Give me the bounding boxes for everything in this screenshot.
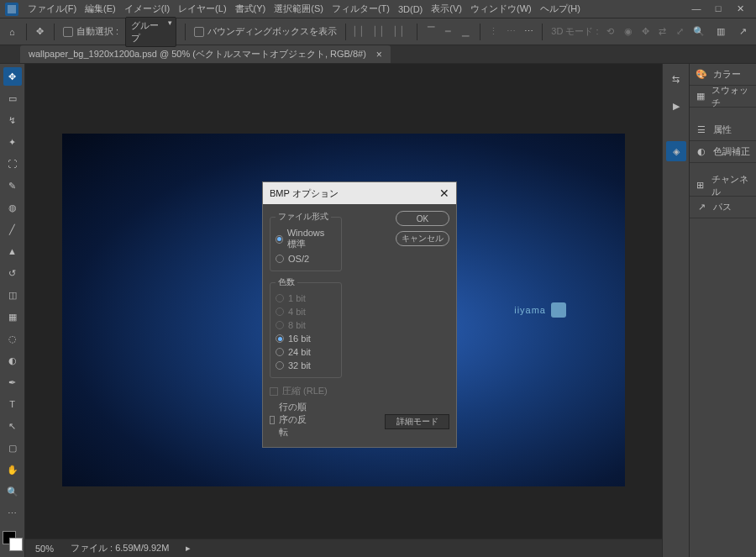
path-tool[interactable]: ↖ [3,417,22,435]
gradient-tool[interactable]: ▦ [3,307,22,326]
bit-depth-legend: 色数 [276,276,297,288]
radio-windows[interactable]: Windows 標準 [276,226,336,252]
window-minimize-icon[interactable]: — [690,3,702,14]
panel-adjustments[interactable]: ◐色調補正 [690,141,756,163]
status-bar: 50% ファイル : 6.59M/9.92M ▸ [25,539,662,557]
radio-os2[interactable]: OS/2 [276,252,336,265]
hand-tool[interactable]: ✋ [3,460,22,479]
menu-type[interactable]: 書式(Y) [231,3,270,15]
status-flyout-icon[interactable]: ▸ [186,543,191,554]
align-right-icon[interactable]: ▏▏ [395,25,408,39]
menu-3d[interactable]: 3D(D) [394,4,427,14]
panel-color[interactable]: 🎨カラー [690,64,756,86]
bmp-options-dialog: BMP オプション ✕ OK キャンセル ファイル形式 Windows 標準 O… [262,181,457,448]
zoom-tool[interactable]: 🔍 [3,482,22,501]
doc-size[interactable]: ファイル : 6.59M/9.92M [71,542,169,554]
document-tabbar: wallpaper_bg_1920x1200a.psd @ 50% (ベクトルス… [0,45,756,64]
panel-paths[interactable]: ↗パス [690,197,756,218]
align-center-icon[interactable]: ▏▏ [375,25,388,39]
menu-edit[interactable]: 編集(E) [81,3,120,15]
edit-toolbar-icon[interactable]: ⋯ [3,504,22,523]
dialog-titlebar[interactable]: BMP オプション ✕ [263,182,456,204]
panel-properties[interactable]: ☰属性 [690,119,756,141]
shape-tool[interactable]: ▢ [3,439,22,457]
3d-rotate-icon[interactable]: ⟲ [606,25,617,39]
tab-label: wallpaper_bg_1920x1200a.psd @ 50% (ベクトルス… [29,48,366,60]
dialog-close-icon[interactable]: ✕ [439,187,449,200]
dodge-tool[interactable]: ◐ [3,351,22,370]
pen-tool[interactable]: ✒ [3,373,22,391]
flip-rows-checkbox[interactable]: 行の順序の反転 [270,399,314,440]
arrange-icon[interactable]: ▥ [714,25,727,39]
layers-icon[interactable]: ◈ [666,141,686,161]
panel-swatches[interactable]: ▦スウォッチ [690,86,756,108]
auto-select-control[interactable]: 自動選択 : [63,25,118,38]
sliders-icon: ☰ [695,124,708,135]
file-format-group: ファイル形式 Windows 標準 OS/2 [270,211,342,271]
expand-panels-icon[interactable]: ⇆ [666,69,686,89]
bit-depth-group: 色数 1 bit 4 bit 8 bit 16 bit 24 bit 32 bi… [270,276,342,378]
radio-24bit[interactable]: 24 bit [276,345,336,359]
share-icon[interactable]: ↗ [736,25,749,39]
app-logo-icon [5,3,18,16]
file-format-legend: ファイル形式 [276,211,331,223]
heal-tool[interactable]: ◍ [3,198,22,217]
align-bottom-icon[interactable]: ▁ [460,25,471,39]
3d-roll-icon[interactable]: ◉ [622,25,633,39]
history-brush-tool[interactable]: ↺ [3,264,22,282]
color-swatch[interactable] [3,531,23,551]
align-top-icon[interactable]: ▔ [425,25,436,39]
type-tool[interactable]: T [3,395,22,413]
show-bbox-control[interactable]: バウンディングボックスを表示 [194,25,337,38]
eraser-tool[interactable]: ◫ [3,286,22,304]
align-middle-icon[interactable]: ━ [443,25,454,39]
zoom-level[interactable]: 50% [35,544,54,554]
distribute-v-icon[interactable]: ⋯ [506,25,517,39]
stamp-tool[interactable]: ▲ [3,242,22,260]
wand-tool[interactable]: ✦ [3,133,22,151]
align-left-icon[interactable]: ▏▏ [354,25,368,39]
radio-16bit[interactable]: 16 bit [276,332,336,345]
panel-channels[interactable]: ⊞チャンネル [690,175,756,197]
home-icon[interactable]: ⌂ [7,25,18,39]
window-maximize-icon[interactable]: □ [712,3,724,14]
brush-tool[interactable]: ╱ [3,220,22,239]
menu-layer[interactable]: レイヤー(L) [174,3,230,15]
document-tab[interactable]: wallpaper_bg_1920x1200a.psd @ 50% (ベクトルス… [20,45,391,63]
menu-help[interactable]: ヘルプ(H) [536,3,585,15]
radio-32bit[interactable]: 32 bit [276,359,336,372]
advanced-mode-button[interactable]: 詳細モード [385,414,449,429]
cancel-button[interactable]: キャンセル [396,231,449,246]
move-tool-icon[interactable]: ✥ [35,25,46,39]
lasso-tool[interactable]: ↯ [3,111,22,129]
menu-filter[interactable]: フィルター(T) [328,3,394,15]
search-icon[interactable]: 🔍 [692,25,706,39]
marquee-tool[interactable]: ▭ [3,89,22,108]
channels-icon: ⊞ [695,180,706,191]
image-logo-badge-icon [551,302,566,318]
menu-view[interactable]: 表示(V) [427,3,466,15]
eyedropper-tool[interactable]: ✎ [3,176,22,195]
auto-select-dropdown[interactable]: グループ [125,17,176,47]
3d-pan-icon[interactable]: ✥ [640,25,651,39]
blur-tool[interactable]: ◌ [3,329,22,348]
3d-slide-icon[interactable]: ⇄ [658,25,669,39]
play-icon[interactable]: ▶ [666,96,686,116]
ok-button[interactable]: OK [396,211,449,226]
3d-mode-label: 3D モード : [551,25,598,38]
svg-rect-0 [8,5,16,13]
tab-close-icon[interactable]: × [376,49,382,60]
more-icon[interactable]: ⋯ [523,25,534,39]
move-tool[interactable]: ✥ [3,67,22,86]
menu-file[interactable]: ファイル(F) [24,3,81,15]
menu-select[interactable]: 選択範囲(S) [270,3,328,15]
grid-icon: ▦ [695,91,706,102]
panel-right: 🎨カラー ▦スウォッチ ☰属性 ◐色調補正 ⊞チャンネル ↗パス [689,64,756,557]
window-close-icon[interactable]: ✕ [734,3,746,14]
menu-image[interactable]: イメージ(I) [120,3,174,15]
menu-window[interactable]: ウィンドウ(W) [466,3,536,15]
3d-scale-icon[interactable]: ⤢ [675,25,685,39]
crop-tool[interactable]: ⛶ [3,155,22,173]
compress-checkbox: 圧縮 (RLE) [270,383,449,399]
distribute-h-icon[interactable]: ⋮ [488,25,499,39]
